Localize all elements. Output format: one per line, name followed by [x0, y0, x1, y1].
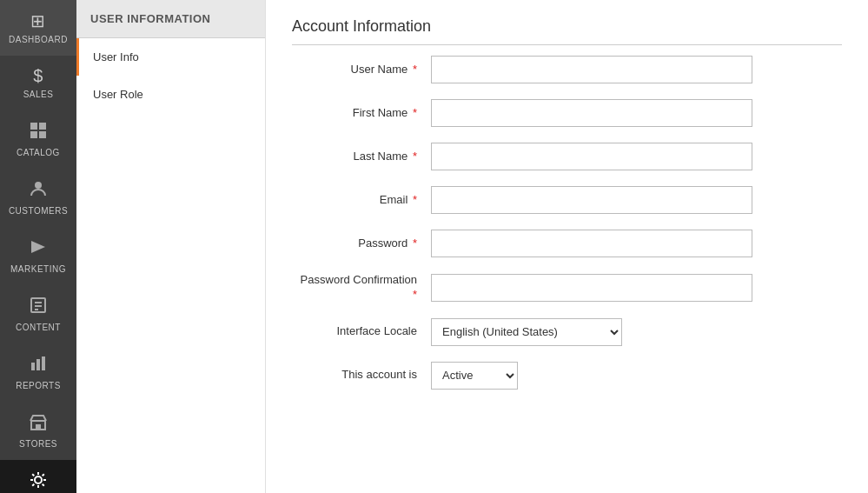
firstname-input[interactable]	[431, 99, 752, 127]
svg-marker-5	[31, 241, 45, 253]
required-marker: *	[413, 150, 417, 163]
sidebar-item-catalog[interactable]: CATALOG	[0, 110, 76, 169]
form-row-status: This account is Active Inactive	[292, 362, 842, 390]
svg-rect-3	[39, 131, 46, 138]
svg-rect-11	[36, 359, 40, 370]
stores-icon	[29, 412, 48, 436]
marketing-icon	[29, 237, 48, 261]
password-confirm-label: Password Confirmation *	[292, 273, 431, 303]
catalog-icon	[29, 121, 48, 144]
sidebar-item-customers[interactable]: CUSTOMERS	[0, 169, 76, 227]
form-row-locale: Interface Locale English (United States)…	[292, 318, 842, 346]
content-area: Account Information User Name * First Na…	[266, 0, 868, 493]
sidebar-item-label: SALES	[23, 90, 54, 100]
status-label: This account is	[292, 368, 431, 383]
status-select-wrapper: Active Inactive	[431, 362, 752, 390]
lastname-input-wrapper	[431, 143, 752, 170]
firstname-input-wrapper	[431, 99, 752, 127]
form-row-password: Password *	[292, 230, 842, 257]
required-marker: *	[413, 237, 417, 250]
sidebar-item-label: REPORTS	[16, 381, 61, 391]
form-row-firstname: First Name *	[292, 99, 842, 127]
status-select[interactable]: Active Inactive	[431, 362, 518, 390]
locale-label: Interface Locale	[292, 324, 431, 339]
password-confirm-input-wrapper	[431, 274, 752, 302]
password-confirm-input[interactable]	[431, 274, 752, 302]
system-icon	[29, 470, 48, 493]
section-title: Account Information	[292, 17, 842, 45]
sub-sidebar-header: USER INFORMATION	[76, 0, 265, 38]
sidebar-item-label: CATALOG	[17, 148, 60, 158]
sidebar-item-dashboard[interactable]: ⊞ DASHBOARD	[0, 0, 76, 56]
customers-icon	[29, 179, 48, 203]
password-label: Password *	[292, 237, 431, 251]
username-input[interactable]	[431, 56, 752, 83]
sub-sidebar-item-user-info[interactable]: User Info	[76, 38, 265, 76]
form-row-lastname: Last Name *	[292, 143, 842, 170]
sub-sidebar: USER INFORMATION User Info User Role	[76, 0, 266, 493]
svg-rect-14	[36, 424, 41, 430]
svg-rect-2	[30, 131, 37, 138]
sales-icon: $	[33, 66, 43, 86]
sidebar-item-content[interactable]: CONTENT	[0, 285, 76, 343]
password-input[interactable]	[431, 230, 752, 257]
email-label: Email *	[292, 193, 431, 208]
svg-point-4	[35, 182, 42, 189]
email-input-wrapper	[431, 186, 752, 214]
svg-rect-12	[42, 356, 45, 370]
sidebar-item-sales[interactable]: $ SALES	[0, 56, 76, 110]
svg-rect-10	[31, 363, 35, 370]
locale-select-wrapper: English (United States) English (UK) Fre…	[431, 318, 752, 346]
email-input[interactable]	[431, 186, 752, 214]
sidebar-item-reports[interactable]: REPORTS	[0, 343, 76, 402]
firstname-label: First Name *	[292, 106, 431, 121]
sidebar-item-marketing[interactable]: MARKETING	[0, 227, 76, 285]
form-row-email: Email *	[292, 186, 842, 214]
password-input-wrapper	[431, 230, 752, 257]
sidebar-item-label: STORES	[19, 439, 57, 450]
sidebar-item-label: CUSTOMERS	[9, 206, 68, 217]
sidebar: ⊞ DASHBOARD $ SALES CATALOG CUSTOMERS	[0, 0, 76, 493]
lastname-input[interactable]	[431, 143, 752, 170]
username-label: User Name *	[292, 63, 431, 77]
required-marker: *	[413, 193, 417, 206]
username-input-wrapper	[431, 56, 752, 83]
sidebar-item-label: DASHBOARD	[9, 35, 68, 45]
reports-icon	[29, 354, 48, 377]
svg-point-15	[35, 476, 42, 483]
sub-sidebar-item-user-role[interactable]: User Role	[76, 76, 265, 113]
form-row-password-confirm: Password Confirmation *	[292, 273, 842, 303]
content-icon	[29, 296, 48, 319]
locale-select[interactable]: English (United States) English (UK) Fre…	[431, 318, 622, 346]
svg-rect-1	[39, 123, 46, 130]
sidebar-item-system[interactable]: SYSTEM	[0, 460, 76, 493]
sidebar-item-stores[interactable]: STORES	[0, 402, 76, 460]
svg-rect-0	[30, 123, 37, 130]
sidebar-item-label: MARKETING	[10, 264, 66, 275]
form-row-username: User Name *	[292, 56, 842, 83]
dashboard-icon: ⊞	[30, 10, 46, 31]
main-area: USER INFORMATION User Info User Role Acc…	[76, 0, 868, 493]
sidebar-item-label: CONTENT	[16, 323, 61, 333]
required-marker: *	[413, 106, 417, 119]
lastname-label: Last Name *	[292, 150, 431, 164]
required-marker: *	[413, 288, 417, 301]
required-marker: *	[413, 63, 417, 76]
